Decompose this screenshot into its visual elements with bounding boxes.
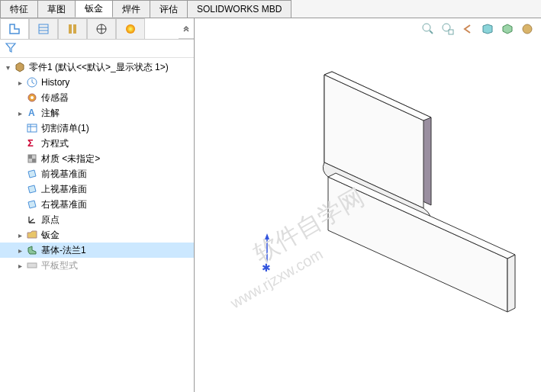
panel-tab-display[interactable]: [116, 18, 145, 39]
origin-triad: ✱: [262, 233, 271, 274]
command-manager-tabs: 特征 草图 钣金 焊件 评估 SOLIDWORKS MBD: [0, 0, 541, 18]
expander-icon[interactable]: ▸: [15, 261, 24, 270]
tab-feature[interactable]: 特征: [0, 0, 38, 18]
tree-label: 平板型式: [41, 259, 78, 272]
plane-icon: [26, 183, 38, 195]
feature-tree: ▾ 零件1 (默认<<默认>_显示状态 1>) ▸ History 传感器 ▸ …: [0, 58, 194, 392]
feature-manager-panel: ▾ 零件1 (默认<<默认>_显示状态 1>) ▸ History 传感器 ▸ …: [0, 18, 195, 392]
tree-item-right-plane[interactable]: 右视基准面: [0, 197, 194, 212]
tree-item-sensor[interactable]: 传感器: [0, 90, 194, 105]
tab-sheetmetal[interactable]: 钣金: [75, 0, 113, 18]
expander-icon[interactable]: ▸: [15, 230, 24, 239]
plane-icon: [26, 168, 38, 180]
sensor-icon: [26, 92, 38, 104]
filter-row: [0, 40, 194, 58]
annotation-icon: A: [26, 107, 38, 119]
tree-item-top-plane[interactable]: 上视基准面: [0, 182, 194, 197]
tree-item-material[interactable]: 材质 <未指定>: [0, 151, 194, 166]
panel-tab-config[interactable]: [58, 18, 87, 39]
filter-icon[interactable]: [5, 41, 17, 56]
equation-icon: Σ: [26, 137, 38, 149]
svg-marker-31: [507, 255, 515, 312]
tree-label: 传感器: [41, 92, 69, 104]
tab-sketch[interactable]: 草图: [37, 0, 76, 18]
tree-label: 前视基准面: [41, 168, 87, 181]
svg-marker-35: [265, 233, 269, 239]
sheetmetal-folder-icon: [26, 229, 38, 241]
tree-label: 原点: [41, 214, 60, 227]
panel-tab-property[interactable]: [29, 18, 58, 39]
tree-item-front-plane[interactable]: 前视基准面: [0, 166, 194, 182]
model-3d: ✱: [195, 18, 541, 392]
tree-label: 方程式: [41, 137, 69, 150]
tree-item-flat-pattern[interactable]: ▸ 平板型式: [0, 258, 194, 273]
base-flange-icon: [26, 244, 38, 256]
expander-icon[interactable]: ▸: [15, 108, 24, 117]
tree-label: 上视基准面: [41, 183, 87, 196]
tab-weldment[interactable]: 焊件: [112, 0, 150, 18]
expander-icon[interactable]: ▸: [15, 246, 24, 255]
panel-tab-dimxpert[interactable]: [87, 18, 116, 39]
plane-icon: [26, 198, 38, 210]
tab-mbd[interactable]: SOLIDWORKS MBD: [187, 0, 291, 18]
svg-rect-4: [73, 24, 76, 34]
tree-item-annotation[interactable]: ▸ A 注解: [0, 105, 194, 120]
svg-point-8: [126, 24, 135, 34]
tree-item-cutlist[interactable]: 切割清单(1): [0, 120, 194, 136]
svg-rect-18: [28, 155, 32, 159]
panel-tabs: [0, 18, 194, 40]
svg-rect-0: [39, 24, 48, 34]
panel-tab-feature-tree[interactable]: [0, 18, 29, 39]
tree-label: History: [41, 77, 69, 88]
svg-rect-20: [27, 263, 37, 268]
expander-icon[interactable]: ▾: [3, 63, 12, 72]
svg-rect-19: [32, 159, 36, 162]
tree-item-base-flange[interactable]: ▸ 基体-法兰1: [0, 243, 194, 258]
tree-label: 右视基准面: [41, 198, 87, 211]
tab-evaluate[interactable]: 评估: [150, 0, 188, 18]
tree-item-origin[interactable]: 原点: [0, 212, 194, 227]
svg-rect-13: [27, 124, 37, 132]
svg-text:A: A: [28, 108, 35, 118]
origin-icon: [26, 214, 38, 226]
tree-label: 切割清单(1): [41, 122, 89, 135]
svg-text:Σ: Σ: [27, 137, 34, 149]
tree-label: 注解: [41, 107, 60, 120]
graphics-viewport[interactable]: ✱ 软件自学网 www.rjzxw.com: [195, 18, 541, 392]
flat-pattern-icon: [26, 259, 38, 272]
panel-expand-toggle[interactable]: [179, 18, 194, 39]
svg-point-11: [31, 96, 34, 99]
cutlist-icon: [26, 122, 38, 134]
tree-label: 材质 <未指定>: [41, 153, 100, 165]
history-icon: [26, 76, 38, 88]
tree-label: 基体-法兰1: [41, 244, 86, 257]
tree-label: 钣金: [41, 229, 60, 242]
tree-root[interactable]: ▾ 零件1 (默认<<默认>_显示状态 1>): [0, 59, 194, 75]
svg-text:✱: ✱: [262, 262, 271, 274]
tree-item-equation[interactable]: Σ 方程式: [0, 136, 194, 151]
part-icon: [14, 61, 26, 73]
expander-icon[interactable]: ▸: [15, 78, 24, 87]
tree-root-label: 零件1 (默认<<默认>_显示状态 1>): [29, 61, 169, 74]
tree-item-sheetmetal-folder[interactable]: ▸ 钣金: [0, 227, 194, 243]
tree-item-history[interactable]: ▸ History: [0, 75, 194, 90]
svg-rect-3: [69, 24, 72, 34]
material-icon: [26, 153, 38, 165]
